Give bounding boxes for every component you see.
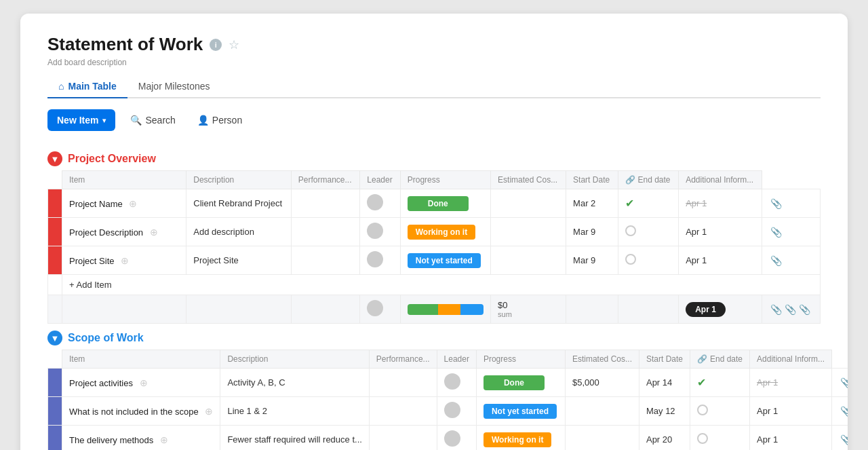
cell-progress: Done [476, 369, 565, 397]
table-row[interactable]: Project Description ⊕ Add description Wo… [48, 218, 821, 246]
cell-start-date: Apr 20 [639, 426, 690, 451]
col-header-7: Additional Inform... [679, 171, 762, 189]
attachment-icon[interactable]: 📎 [770, 198, 782, 209]
cell-performance [291, 246, 360, 275]
cell-leader [437, 426, 476, 451]
col-header-3: Progress [400, 171, 490, 189]
table-row[interactable]: What is not included in the scope ⊕ Line… [48, 397, 848, 426]
item-name: Project Description ⊕ [62, 218, 186, 246]
person-button[interactable]: 👤 Person [191, 111, 249, 130]
new-item-button[interactable]: New Item ▾ [47, 109, 115, 131]
cell-end-date: Apr 1 [750, 426, 832, 451]
tabs-container: ⌂ Main Table Major Milestones [47, 75, 821, 98]
info-icon[interactable]: i [210, 39, 222, 51]
home-icon: ⌂ [58, 81, 64, 92]
add-item-icon[interactable]: ⊕ [140, 377, 148, 388]
table-scope-of-work: ItemDescriptionPerformance...LeaderProgr… [47, 350, 848, 450]
search-button[interactable]: 🔍 Search [123, 111, 182, 130]
add-item-icon[interactable]: ⊕ [129, 198, 137, 209]
col-header-6: 🔗End date [618, 171, 679, 189]
cell-performance [291, 189, 360, 218]
cell-estimated-cost [565, 397, 639, 426]
status-badge: Done [484, 375, 545, 390]
cell-progress: Working on it [400, 218, 490, 246]
cell-progress: Not yet started [400, 246, 490, 275]
add-item-icon[interactable]: ⊕ [121, 255, 129, 266]
cell-estimated-cost [491, 246, 566, 275]
cell-description: Fewer staff required will reduce t... [220, 426, 369, 451]
table-row[interactable]: The delivery methods ⊕ Fewer staff requi… [48, 426, 848, 451]
action-icon-3[interactable]: 📎 [799, 304, 810, 315]
star-icon[interactable]: ☆ [229, 37, 239, 52]
col-header-0: Description [220, 350, 369, 369]
cell-additional: 📎 [832, 397, 848, 426]
col-header-7: Additional Inform... [750, 350, 832, 369]
board-description[interactable]: Add board description [47, 58, 821, 67]
add-item-label[interactable]: + Add Item [62, 275, 821, 295]
cell-end-date: Apr 1 [750, 397, 832, 426]
cell-description: Add description [186, 218, 292, 246]
attachment-icon[interactable]: 📎 [770, 255, 782, 266]
cell-additional: 📎 [762, 189, 821, 218]
col-header-6: 🔗End date [690, 350, 750, 369]
cell-leader [437, 397, 476, 426]
main-card: Statement of Work i ☆ Add board descript… [20, 14, 848, 450]
summary-cost: $0sum [491, 295, 566, 324]
summary-row: $0sum Apr 1 📎📎📎 [48, 295, 821, 324]
item-name: Project Site ⊕ [62, 246, 186, 275]
cell-progress: Not yet started [476, 397, 565, 426]
action-icon-2[interactable]: 📎 [785, 304, 796, 315]
row-indicator [48, 397, 62, 426]
table-row[interactable]: Project activities ⊕ Activity A, B, C Do… [48, 369, 848, 397]
section-header-scope-of-work: ▼ Scope of Work [47, 324, 821, 350]
avatar [367, 251, 383, 267]
attachment-icon[interactable]: 📎 [770, 227, 782, 238]
add-item-icon[interactable]: ⊕ [160, 434, 168, 445]
row-indicator [48, 369, 62, 397]
cell-estimated-cost [491, 218, 566, 246]
cell-estimated-cost [491, 189, 566, 218]
item-name: Project Name ⊕ [62, 189, 186, 218]
tab-main-table[interactable]: ⌂ Main Table [47, 75, 127, 98]
row-indicator [48, 218, 62, 246]
attachment-icon[interactable]: 📎 [840, 434, 848, 445]
section-title: Scope of Work [68, 332, 144, 344]
cell-description: Activity A, B, C [220, 369, 369, 397]
page-title: Statement of Work [47, 34, 203, 55]
cell-performance [369, 369, 437, 397]
cell-leader [437, 369, 476, 397]
check-empty [697, 405, 708, 415]
cell-end-date: Apr 1 [750, 369, 832, 397]
add-item-icon[interactable]: ⊕ [150, 227, 158, 238]
cell-additional: 📎 [762, 246, 821, 275]
cell-end-date: Apr 1 [679, 218, 762, 246]
action-icon-1[interactable]: 📎 [770, 304, 782, 315]
cell-start-date: Mar 2 [566, 189, 618, 218]
tab-major-milestones[interactable]: Major Milestones [127, 75, 221, 98]
col-indicator [48, 350, 62, 369]
add-item-row[interactable]: + Add Item [48, 275, 821, 295]
table-row[interactable]: Project Name ⊕ Client Rebrand Project Do… [48, 189, 821, 218]
cell-description: Line 1 & 2 [220, 397, 369, 426]
avatar [367, 223, 383, 239]
attachment-icon[interactable]: 📎 [840, 406, 848, 417]
check-icon: ✔ [697, 377, 706, 388]
add-item-icon[interactable]: ⊕ [205, 406, 213, 417]
chevron-down-icon: ▾ [102, 117, 106, 124]
section-scope-of-work: ▼ Scope of Work ItemDescriptionPerforman… [47, 324, 821, 450]
cell-start-date: Apr 14 [639, 369, 690, 397]
table-row[interactable]: Project Site ⊕ Project Site Not yet star… [48, 246, 821, 275]
cell-check [618, 218, 679, 246]
cell-check [690, 397, 750, 426]
cell-estimated-cost: $5,000 [565, 369, 639, 397]
person-icon: 👤 [197, 115, 209, 126]
col-header-3: Progress [476, 350, 565, 369]
cell-progress: Working on it [476, 426, 565, 451]
cell-check [690, 426, 750, 451]
attachment-icon[interactable]: 📎 [840, 377, 848, 388]
check-empty [625, 225, 636, 236]
cell-description: Client Rebrand Project [186, 189, 292, 218]
table-project-overview: ItemDescriptionPerformance...LeaderProgr… [47, 170, 821, 324]
section-collapse-icon[interactable]: ▼ [47, 151, 62, 166]
section-collapse-icon[interactable]: ▼ [47, 331, 62, 345]
